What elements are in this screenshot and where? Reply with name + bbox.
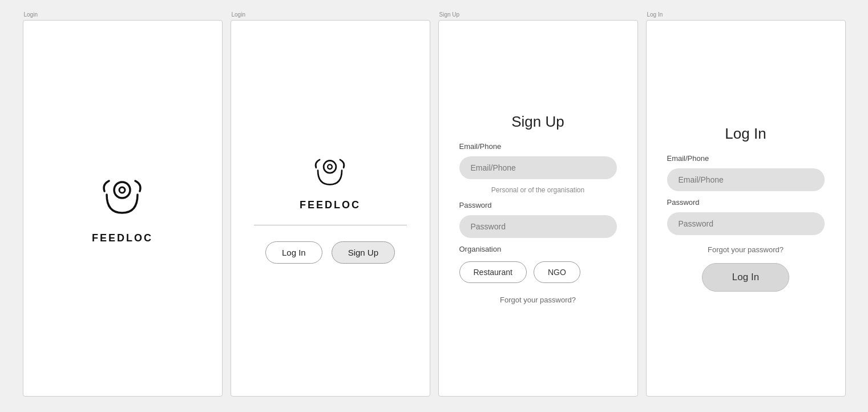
login-title: Log In	[667, 125, 825, 143]
svg-point-2	[324, 160, 337, 173]
email-helper-text: Personal or of the organisation	[459, 186, 617, 194]
screen-label-login: Log In	[646, 11, 846, 18]
screen-label-splash: Login	[23, 11, 223, 18]
email-label-login: Email/Phone	[667, 154, 709, 163]
svg-point-0	[114, 182, 130, 198]
divider	[254, 225, 407, 225]
email-input-signup[interactable]	[459, 156, 617, 179]
feedloc-logo-icon	[96, 173, 148, 224]
password-input-login[interactable]	[667, 212, 825, 235]
org-button-row: Restaurant NGO	[459, 261, 580, 283]
splash-logo-text: FEEDLOC	[92, 232, 153, 244]
feedloc-logo-icon-2	[310, 154, 350, 193]
restaurant-button[interactable]: Restaurant	[459, 261, 527, 283]
screen-wrapper-signup: Sign Up Sign Up Email/Phone Personal or …	[438, 11, 638, 397]
forgot-password-signup[interactable]: Forgot your password?	[459, 296, 617, 304]
password-label-login: Password	[667, 198, 700, 207]
forgot-password-login[interactable]: Forgot your password?	[667, 245, 825, 254]
svg-point-1	[119, 187, 125, 193]
login-submit-button[interactable]: Log In	[702, 263, 789, 292]
login-button[interactable]: Log In	[265, 241, 322, 264]
email-input-login[interactable]	[667, 168, 825, 191]
login-form: Log In Email/Phone Password Forgot your …	[647, 125, 845, 292]
ngo-button[interactable]: NGO	[534, 261, 580, 283]
signup-button[interactable]: Sign Up	[332, 241, 395, 264]
screen-wrapper-login: Log In Log In Email/Phone Password Forgo…	[646, 11, 846, 397]
login-choice-logo-text: FEEDLOC	[300, 199, 361, 211]
screen-label-signup: Sign Up	[438, 11, 638, 18]
logo-section: FEEDLOC	[300, 154, 361, 211]
signup-title: Sign Up	[459, 113, 617, 131]
screen-label-login-choice: Login	[231, 11, 430, 18]
splash-content: FEEDLOC	[92, 173, 153, 244]
password-label-signup: Password	[459, 201, 492, 209]
screen-splash: FEEDLOC	[23, 20, 223, 397]
screen-signup: Sign Up Email/Phone Personal or of the o…	[438, 20, 638, 397]
svg-point-3	[328, 164, 333, 169]
auth-button-row: Log In Sign Up	[265, 241, 395, 264]
password-input-signup[interactable]	[459, 215, 617, 238]
screen-wrapper-splash: Login FEEDLOC	[23, 11, 223, 397]
signup-form: Sign Up Email/Phone Personal or of the o…	[439, 113, 637, 304]
org-label: Organisation	[459, 245, 502, 253]
screen-login-choice: FEEDLOC Log In Sign Up	[231, 20, 430, 397]
screen-wrapper-login-choice: Login FEEDLOC Log In Sign Up	[231, 11, 430, 397]
screen-login: Log In Email/Phone Password Forgot your …	[646, 20, 846, 397]
email-label-signup: Email/Phone	[459, 142, 502, 151]
login-choice-content: FEEDLOC Log In Sign Up	[231, 154, 430, 264]
